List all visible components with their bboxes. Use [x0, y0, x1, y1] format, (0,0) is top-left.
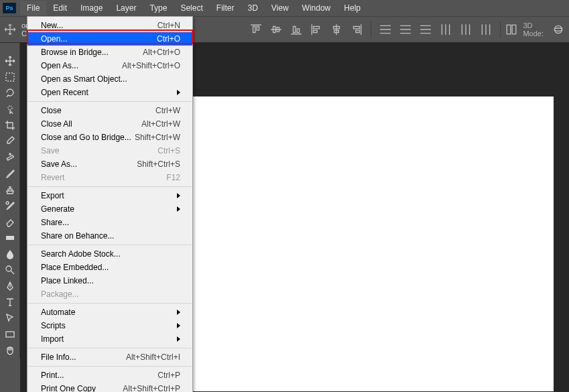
menu-item-package: Package...: [27, 287, 192, 301]
menu-item-open[interactable]: Open... Ctrl+O: [27, 32, 192, 46]
menu-layer[interactable]: Layer: [109, 1, 143, 15]
auto-align-icon[interactable]: [505, 21, 517, 38]
menu-item-generate[interactable]: Generate: [27, 202, 192, 216]
menu-3d[interactable]: 3D: [241, 1, 264, 15]
hand-tool-icon[interactable]: [2, 343, 18, 358]
menu-item-open-as[interactable]: Open As... Alt+Shift+Ctrl+O: [27, 59, 192, 72]
eraser-tool-icon[interactable]: [2, 214, 18, 229]
menu-item-label: Print...: [41, 371, 64, 380]
menu-separator: [28, 101, 192, 102]
file-menu-dropdown: New... Ctrl+N Open... Ctrl+O Browse in B…: [27, 16, 193, 392]
menu-select[interactable]: Select: [174, 1, 209, 15]
quick-select-tool-icon[interactable]: [2, 102, 18, 117]
menu-item-place-embedded[interactable]: Place Embedded...: [27, 261, 192, 274]
lasso-tool-icon[interactable]: [2, 86, 18, 101]
brush-tool-icon[interactable]: [2, 166, 18, 181]
menu-item-print-one[interactable]: Print One Copy Alt+Shift+Ctrl+P: [27, 382, 192, 392]
rectangle-tool-icon[interactable]: [2, 327, 18, 342]
submenu-arrow-icon: [177, 310, 180, 315]
menu-item-shortcut: Ctrl+P: [157, 371, 180, 380]
menu-item-label: Revert: [41, 173, 64, 182]
menu-item-label: Import: [41, 334, 64, 344]
menu-edit[interactable]: Edit: [46, 1, 74, 15]
menu-help[interactable]: Help: [337, 1, 367, 15]
distribute-top-icon[interactable]: [377, 21, 394, 38]
align-vcenter-icon[interactable]: [267, 21, 285, 38]
align-bottom-icon[interactable]: [288, 21, 305, 38]
menu-item-save-as[interactable]: Save As... Shift+Ctrl+S: [27, 157, 192, 171]
app-logo: Ps: [3, 3, 16, 13]
menu-item-shortcut: Shift+Ctrl+S: [137, 159, 180, 169]
menu-item-open-recent[interactable]: Open Recent: [27, 86, 192, 99]
menu-item-shortcut: Alt+Ctrl+W: [141, 119, 180, 129]
move-tool-icon[interactable]: [2, 54, 18, 68]
align-left-icon[interactable]: [308, 21, 325, 38]
menu-item-search-stock[interactable]: Search Adobe Stock...: [27, 247, 192, 261]
pen-tool-icon[interactable]: [2, 279, 18, 293]
type-tool-icon[interactable]: [2, 295, 18, 310]
menu-item-shortcut: Shift+Ctrl+W: [135, 133, 180, 142]
align-right-icon[interactable]: [348, 21, 365, 38]
menu-item-label: Share on Behance...: [41, 231, 114, 241]
menu-item-close[interactable]: Close Ctrl+W: [27, 104, 192, 117]
menu-filter[interactable]: Filter: [210, 1, 241, 15]
distribute-bottom-icon[interactable]: [417, 21, 434, 38]
submenu-arrow-icon: [177, 90, 180, 95]
menu-item-label: Open...: [41, 34, 67, 44]
distribute-hcenter-icon[interactable]: [457, 21, 475, 38]
menu-separator: [28, 348, 192, 348]
menu-item-label: Save As...: [41, 159, 77, 169]
menu-item-file-info[interactable]: File Info... Alt+Shift+Ctrl+I: [27, 350, 192, 364]
menu-item-label: Export: [41, 191, 64, 200]
distribute-vcenter-icon[interactable]: [397, 21, 414, 38]
menu-item-open-smart[interactable]: Open as Smart Object...: [27, 72, 192, 86]
svg-rect-0: [507, 25, 511, 34]
menu-file[interactable]: File: [20, 1, 46, 15]
menu-type[interactable]: Type: [143, 1, 174, 15]
submenu-arrow-icon: [177, 336, 180, 342]
menu-item-close-bridge[interactable]: Close and Go to Bridge... Shift+Ctrl+W: [27, 131, 192, 144]
menu-item-label: Close: [41, 106, 62, 115]
healing-brush-tool-icon[interactable]: [2, 150, 18, 165]
menu-image[interactable]: Image: [74, 1, 109, 15]
svg-point-2: [554, 25, 562, 33]
gradient-tool-icon[interactable]: [2, 231, 18, 245]
menu-item-place-linked[interactable]: Place Linked...: [27, 274, 192, 287]
menu-item-new[interactable]: New... Ctrl+N: [27, 19, 192, 32]
menu-item-print[interactable]: Print... Ctrl+P: [27, 369, 192, 382]
marquee-tool-icon[interactable]: [2, 70, 18, 84]
3d-orbit-icon[interactable]: [552, 21, 565, 38]
align-hcenter-icon[interactable]: [328, 21, 345, 38]
svg-rect-10: [6, 332, 14, 337]
menu-item-scripts[interactable]: Scripts: [27, 319, 192, 332]
menu-window[interactable]: Window: [296, 1, 338, 15]
menu-item-label: Print One Copy: [41, 384, 96, 392]
3d-mode-group: 3D Mode:: [523, 21, 565, 38]
distribute-right-icon[interactable]: [477, 21, 495, 38]
svg-rect-4: [6, 73, 14, 81]
menu-item-browse-bridge[interactable]: Browse in Bridge... Alt+Ctrl+O: [27, 46, 192, 59]
path-select-tool-icon[interactable]: [2, 311, 18, 326]
clone-stamp-tool-icon[interactable]: [2, 182, 18, 197]
menu-item-share[interactable]: Share...: [27, 216, 192, 229]
menu-view[interactable]: View: [265, 1, 296, 15]
dodge-tool-icon[interactable]: [2, 263, 18, 277]
menu-item-share-behance[interactable]: Share on Behance...: [27, 229, 192, 243]
distribute-left-icon[interactable]: [437, 21, 454, 38]
history-brush-tool-icon[interactable]: [2, 198, 18, 213]
svg-rect-1: [513, 25, 517, 34]
move-tool-indicator-icon: [4, 21, 16, 38]
blur-tool-icon[interactable]: [2, 247, 18, 261]
menu-item-import[interactable]: Import: [27, 332, 192, 346]
distribute-buttons-group: [377, 21, 495, 38]
menu-item-export[interactable]: Export: [27, 189, 192, 202]
menu-item-label: Close All: [41, 119, 72, 129]
menu-item-close-all[interactable]: Close All Alt+Ctrl+W: [27, 117, 192, 131]
crop-tool-icon[interactable]: [2, 118, 18, 133]
menu-item-automate[interactable]: Automate: [27, 306, 192, 319]
eyedropper-tool-icon[interactable]: [2, 134, 18, 149]
menu-item-shortcut: Alt+Shift+Ctrl+I: [126, 352, 180, 362]
menu-item-shortcut: F12: [166, 173, 180, 182]
align-top-icon[interactable]: [247, 21, 265, 38]
menu-item-shortcut: Alt+Shift+Ctrl+P: [123, 384, 180, 392]
